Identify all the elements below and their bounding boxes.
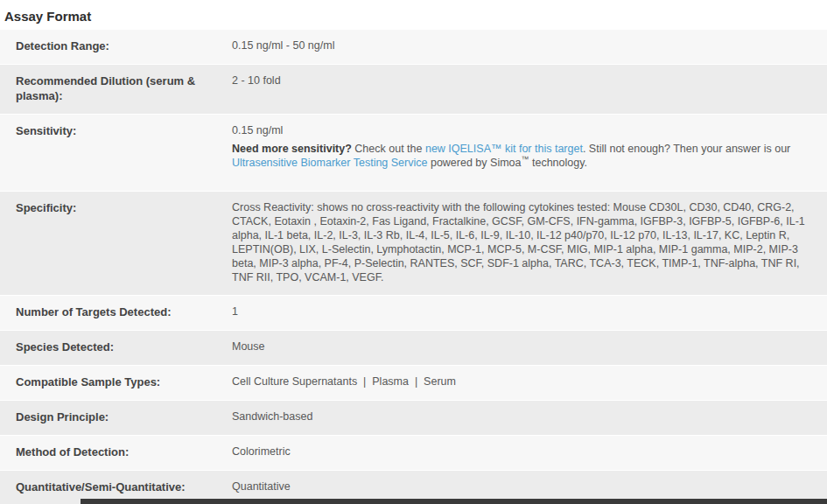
row-label: Detection Range: — [0, 30, 232, 64]
table-row: Species Detected: Mouse — [0, 331, 827, 366]
row-value-text: Cross Reactivity: shows no cross-reactiv… — [232, 200, 820, 284]
table-row: Compatible Sample Types: Cell Culture Su… — [0, 366, 827, 401]
row-value-text: Colorimetric — [232, 444, 820, 458]
row-value: Colorimetric — [232, 436, 827, 470]
row-value: 2 - 10 fold — [232, 65, 827, 114]
note-bold-text: Need more sensitivity? — [232, 143, 352, 155]
row-value: Mouse — [232, 331, 827, 365]
row-label: Method of Detection: — [0, 436, 232, 470]
note-text: Check out the — [352, 143, 425, 155]
note-text: powered by Simoa — [427, 157, 521, 169]
row-value: 1 — [232, 296, 827, 330]
table-row: Specificity: Cross Reactivity: shows no … — [0, 192, 827, 296]
table-row: Design Principle: Sandwich-based — [0, 401, 827, 436]
ultrasensitive-service-link[interactable]: Ultrasensitive Biomarker Testing Service — [232, 157, 427, 169]
row-label: Number of Targets Detected: — [0, 296, 232, 330]
row-value: 0.15 ng/ml Need more sensitivity? Check … — [232, 115, 827, 191]
row-value-text: 0.15 ng/ml — [232, 123, 820, 137]
row-value: Cross Reactivity: shows no cross-reactiv… — [232, 192, 827, 295]
table-row: Method of Detection: Colorimetric — [0, 436, 827, 471]
table-row: Recommended Dilution (serum & plasma): 2… — [0, 65, 827, 115]
row-value-text: 1 — [232, 304, 820, 318]
row-value-text: Sandwich-based — [232, 410, 820, 424]
iqelisa-kit-link[interactable]: new IQELISA™ kit for this target — [425, 143, 583, 155]
row-label: Species Detected: — [0, 331, 232, 365]
row-value-text: Cell Culture Supernatants | Plasma | Ser… — [232, 374, 820, 388]
row-label: Compatible Sample Types: — [0, 366, 232, 400]
table-row: Sensitivity: 0.15 ng/ml Need more sensit… — [0, 115, 827, 192]
section-title: Assay Format — [0, 0, 827, 30]
sensitivity-note: Need more sensitivity? Check out the new… — [232, 142, 820, 170]
row-value: Cell Culture Supernatants | Plasma | Ser… — [232, 366, 827, 400]
row-value-text: 2 - 10 fold — [232, 74, 820, 88]
row-value-text: Quantitative — [232, 480, 820, 494]
row-value-text: Mouse — [232, 340, 820, 354]
row-label: Specificity: — [0, 192, 232, 295]
row-label: Sensitivity: — [0, 115, 232, 191]
table-row: Detection Range: 0.15 ng/ml - 50 ng/ml — [0, 30, 827, 65]
row-label: Recommended Dilution (serum & plasma): — [0, 65, 232, 114]
bottom-dark-bar — [81, 499, 827, 504]
note-text: . Still not enough? Then your answer is … — [583, 143, 790, 155]
row-value-text: 0.15 ng/ml - 50 ng/ml — [232, 38, 820, 52]
table-row: Number of Targets Detected: 1 — [0, 296, 827, 331]
row-value: 0.15 ng/ml - 50 ng/ml — [232, 30, 827, 64]
assay-format-section: Assay Format Detection Range: 0.15 ng/ml… — [0, 0, 827, 504]
row-value: Sandwich-based — [232, 401, 827, 435]
spec-table: Detection Range: 0.15 ng/ml - 50 ng/ml R… — [0, 30, 827, 504]
note-text: technology. — [529, 157, 586, 169]
row-label: Design Principle: — [0, 401, 232, 435]
